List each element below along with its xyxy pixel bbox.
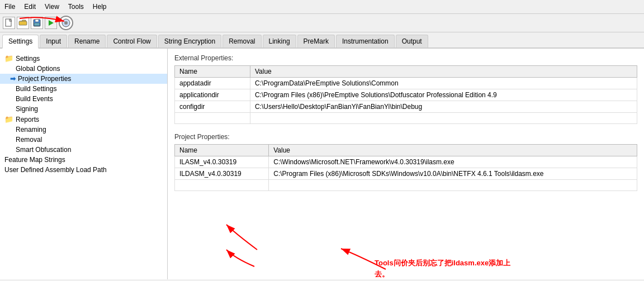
sidebar-item-reports[interactable]: 📁 Reports: [0, 114, 167, 125]
table-row: ILASM_v4.0.30319 C:\Windows\Microsoft.NE…: [175, 156, 637, 168]
sidebar-root-label: Settings: [16, 55, 40, 63]
proj-row0-name: ILASM_v4.0.30319: [175, 156, 269, 168]
table-row: configdir C:\Users\Hello\Desktop\FanBian…: [175, 101, 637, 113]
toolbar-new-button[interactable]: [3, 17, 15, 29]
ext-row0-name: appdatadir: [175, 78, 250, 89]
sidebar-item-removal-label: Removal: [16, 136, 42, 144]
sidebar-item-user-defined-assembly-label: User Defined Assembly Load Path: [4, 166, 107, 174]
ext-col-name: Name: [175, 66, 250, 78]
folder-icon-reports: 📁: [4, 115, 13, 123]
sidebar-item-renaming-label: Renaming: [16, 126, 46, 134]
project-properties-title: Project Properties:: [174, 133, 637, 141]
sidebar-item-renaming[interactable]: Renaming: [0, 125, 167, 135]
sidebar-item-build-events[interactable]: Build Events: [0, 94, 167, 104]
tab-premark[interactable]: PreMark: [297, 35, 335, 47]
sidebar-item-smart-obfuscation[interactable]: Smart Obfuscation: [0, 145, 167, 155]
tab-settings[interactable]: Settings: [2, 35, 39, 49]
ext-row0-value: C:\ProgramData\PreEmptive Solutions\Comm…: [250, 78, 637, 89]
sidebar-item-user-defined-assembly[interactable]: User Defined Assembly Load Path: [0, 165, 167, 175]
menu-view[interactable]: View: [40, 1, 64, 12]
sidebar-item-global-options-label: Global Options: [16, 65, 60, 73]
folder-icon: 📁: [4, 54, 13, 63]
ext-row2-name: configdir: [175, 101, 250, 113]
table-row-empty2: [175, 180, 637, 191]
tab-rename[interactable]: Rename: [68, 35, 106, 47]
tab-input[interactable]: Input: [40, 35, 67, 47]
proj-row1-value: C:\Program Files (x86)\Microsoft SDKs\Wi…: [269, 168, 637, 180]
ext-row2-value: C:\Users\Hello\Desktop\FanBianYi\FanBian…: [250, 101, 637, 113]
tab-bar: Settings Input Rename Control Flow Strin…: [0, 32, 644, 49]
sidebar-item-signing-label: Signing: [16, 105, 38, 113]
ext-row1-name: applicationdir: [175, 89, 250, 101]
sidebar-item-project-properties-label: Project Properties: [18, 75, 71, 83]
external-properties-table: Name Value appdatadir C:\ProgramData\Pre…: [174, 65, 637, 124]
sidebar-item-smart-obfuscation-label: Smart Obfuscation: [16, 146, 71, 154]
right-panel: External Properties: Name Value appdatad…: [168, 49, 644, 206]
svg-rect-4: [34, 23, 40, 26]
sidebar-item-reports-label: Reports: [16, 116, 39, 123]
external-properties-title: External Properties:: [174, 54, 637, 62]
tab-instrumentation[interactable]: Instrumentation: [336, 35, 395, 47]
sidebar-item-feature-map-strings-label: Feature Map Strings: [4, 156, 65, 164]
proj-row1-name: ILDASM_v4.0.30319: [175, 168, 269, 180]
tab-control-flow[interactable]: Control Flow: [107, 35, 157, 47]
menu-tools[interactable]: Tools: [64, 1, 88, 12]
svg-text:Tools问价夹后别忘了把ildasm.exe添加上: Tools问价夹后别忘了把ildasm.exe添加上: [375, 259, 511, 267]
sidebar-item-removal[interactable]: Removal: [0, 135, 167, 145]
tab-string-encryption[interactable]: String Encryption: [158, 35, 221, 47]
toolbar: [0, 14, 644, 32]
proj-row0-value: C:\Windows\Microsoft.NET\Framework\v4.0.…: [269, 156, 637, 168]
tree-arrow-icon: ➡: [10, 75, 16, 83]
toolbar-run-button[interactable]: [45, 17, 57, 29]
toolbar-open-button[interactable]: [17, 17, 29, 29]
proj-col-name: Name: [175, 145, 269, 156]
tab-output[interactable]: Output: [396, 35, 428, 47]
table-row: appdatadir C:\ProgramData\PreEmptive Sol…: [175, 78, 637, 89]
sidebar-item-project-properties[interactable]: ➡ Project Properties: [0, 74, 167, 84]
svg-point-7: [64, 21, 68, 25]
proj-col-value: Value: [269, 145, 637, 156]
ext-col-value: Value: [250, 66, 637, 78]
menu-edit[interactable]: Edit: [20, 1, 40, 12]
tab-linking[interactable]: Linking: [263, 35, 296, 47]
sidebar-item-signing[interactable]: Signing: [0, 104, 167, 114]
svg-rect-3: [35, 20, 39, 22]
main-content: 📁 Settings Global Options ➡ Project Prop…: [0, 49, 644, 279]
tab-removal[interactable]: Removal: [222, 35, 261, 47]
toolbar-settings-button[interactable]: [59, 16, 73, 30]
project-properties-table: Name Value ILASM_v4.0.30319 C:\Windows\M…: [174, 144, 637, 191]
sidebar-item-global-options[interactable]: Global Options: [0, 64, 167, 74]
menu-help[interactable]: Help: [88, 1, 111, 12]
toolbar-save-button[interactable]: [31, 17, 43, 29]
table-row: ILDASM_v4.0.30319 C:\Program Files (x86)…: [175, 168, 637, 180]
sidebar: 📁 Settings Global Options ➡ Project Prop…: [0, 49, 168, 279]
menu-file[interactable]: File: [0, 1, 20, 12]
svg-rect-1: [19, 21, 27, 25]
table-row-empty: [175, 113, 637, 124]
table-row: applicationdir C:\Program Files (x86)\Pr…: [175, 89, 637, 101]
sidebar-item-feature-map-strings[interactable]: Feature Map Strings: [0, 155, 167, 165]
ext-row1-value: C:\Program Files (x86)\PreEmptive Soluti…: [250, 89, 637, 101]
sidebar-item-build-settings-label: Build Settings: [16, 85, 56, 93]
svg-marker-5: [49, 20, 54, 26]
menu-bar: File Edit View Tools Help: [0, 0, 644, 14]
sidebar-root-settings[interactable]: 📁 Settings: [0, 53, 167, 64]
sidebar-item-build-events-label: Build Events: [16, 95, 53, 103]
svg-text:去。: 去。: [375, 270, 389, 278]
sidebar-item-build-settings[interactable]: Build Settings: [0, 84, 167, 94]
